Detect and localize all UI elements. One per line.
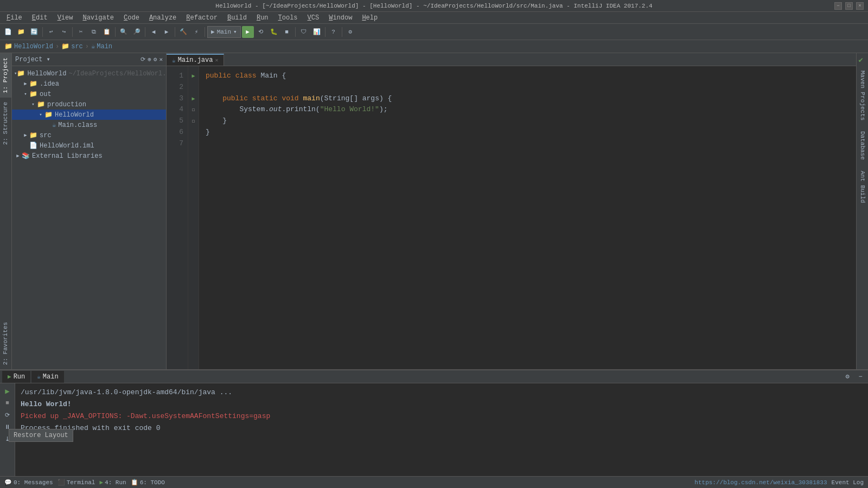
tree-item-helloworld-root[interactable]: ▾ 📁 HelloWorld ~/IdeaProjects/HelloWorl.… xyxy=(12,68,166,79)
console-run-button[interactable]: ▶ xyxy=(2,386,13,396)
code-editor[interactable]: 1 2 3 4 5 6 7 ▶ ▶ ◻ ◻ xyxy=(167,66,856,369)
nav-project-label[interactable]: HelloWorld xyxy=(14,43,53,50)
bottom-tab-main[interactable]: ☕ Main xyxy=(31,371,63,383)
menu-help[interactable]: Help xyxy=(358,13,382,23)
run-gutter-icon-3[interactable]: ▶ xyxy=(192,95,195,102)
tb-sync-button[interactable]: 🔄 xyxy=(28,26,40,38)
line-num-5: 5 xyxy=(167,115,183,127)
tb-build-button[interactable]: 🔨 xyxy=(177,26,189,38)
settings-run-button[interactable]: ⚙ xyxy=(842,371,853,382)
status-todo[interactable]: 📋 6: TODO xyxy=(131,479,165,486)
tb-redo-button[interactable]: ↪ xyxy=(58,26,70,38)
tree-item-out[interactable]: ▾ 📁 out xyxy=(12,89,166,99)
gutter-line-7 xyxy=(188,138,199,150)
tb-find2-button[interactable]: 🔎 xyxy=(131,26,143,38)
sync-icon[interactable]: ⟳ xyxy=(141,56,145,63)
tb-profile-button[interactable]: 📊 xyxy=(311,26,323,38)
ant-build-tab[interactable]: Ant Build xyxy=(857,165,868,208)
menu-run[interactable]: Run xyxy=(252,13,273,23)
check-icon: ✔ xyxy=(859,55,866,63)
nav-src-label[interactable]: src xyxy=(71,43,83,50)
tab-main-java[interactable]: ☕ Main.java ✕ xyxy=(167,54,224,66)
console-stop-button[interactable]: ■ xyxy=(2,397,13,408)
csdn-url[interactable]: https://blog.csdn.net/weixia_30381833 xyxy=(694,479,827,486)
sidebar-item-favorites[interactable]: 2: Favorites xyxy=(0,318,11,369)
tb-coverage-button[interactable]: 🛡 xyxy=(298,26,310,38)
menu-edit[interactable]: Edit xyxy=(28,13,52,23)
expand-arrow-out: ▾ xyxy=(22,91,29,97)
tb-help-button[interactable]: ? xyxy=(328,26,340,38)
nav-src[interactable]: 📁 src xyxy=(61,42,83,50)
bottom-tab-run[interactable]: ▶ Run xyxy=(2,371,30,383)
tree-item-src[interactable]: ▶ 📁 src xyxy=(12,130,166,140)
status-messages[interactable]: 💬 0: Messages xyxy=(4,479,53,486)
status-terminal[interactable]: ⬛ Terminal xyxy=(58,479,95,486)
menu-analyze[interactable]: Analyze xyxy=(145,13,181,23)
tree-item-helloworld-out[interactable]: ▾ 📁 HelloWorld xyxy=(12,110,166,120)
maven-projects-tab[interactable]: Maven Projects xyxy=(857,65,868,126)
nav-main-label[interactable]: Main xyxy=(97,43,112,50)
tree-item-ext-libs[interactable]: ▶ 📚 External Libraries xyxy=(12,151,166,161)
tb-back-button[interactable]: ◀ xyxy=(148,26,159,38)
tb-step-button[interactable]: ⚡ xyxy=(190,26,202,38)
console-stop-icon: ■ xyxy=(5,400,9,406)
settings-icon[interactable]: ⚙ xyxy=(154,56,157,63)
tb-open-button[interactable]: 📁 xyxy=(15,26,27,38)
tb-fwd-button[interactable]: ▶ xyxy=(161,26,173,38)
sidebar-item-structure[interactable]: 2: Structure xyxy=(0,98,11,149)
nav-bar: 📁 HelloWorld › 📁 src › ☕ Main xyxy=(0,40,868,53)
minimize-button[interactable]: − xyxy=(834,2,842,10)
tb-run-config-dropdown[interactable]: ▶ Main ▾ xyxy=(207,26,241,38)
run-gutter-icon[interactable]: ▶ xyxy=(192,73,195,79)
maximize-button[interactable]: □ xyxy=(845,2,853,10)
menu-tools[interactable]: Tools xyxy=(274,13,302,23)
tb-cut-button[interactable]: ✂ xyxy=(75,26,87,38)
tb-undo-button[interactable]: ↩ xyxy=(45,26,57,38)
expand-arrow-hw: ▾ xyxy=(37,112,44,118)
tree-item-iml[interactable]: 📄 HelloWorld.iml xyxy=(12,140,166,151)
expand-icon[interactable]: ⊕ xyxy=(148,56,151,63)
menu-navigate[interactable]: Navigate xyxy=(78,13,118,23)
status-run[interactable]: ▶ 4: Run xyxy=(99,479,126,486)
menu-file[interactable]: File xyxy=(2,13,27,23)
tb-paste-button[interactable]: 📋 xyxy=(101,26,113,38)
close-button[interactable]: × xyxy=(856,2,864,10)
tb-debug-button[interactable]: 🐛 xyxy=(268,26,280,38)
nav-helloworld[interactable]: 📁 HelloWorld xyxy=(4,42,53,50)
terminal-label: Terminal xyxy=(67,479,95,486)
menu-vcs[interactable]: VCS xyxy=(303,13,324,23)
project-dropdown-label[interactable]: Project ▾ xyxy=(15,55,50,63)
event-log-label[interactable]: Event Log xyxy=(832,479,864,486)
close-run-button[interactable]: − xyxy=(855,371,866,382)
tab-close-button[interactable]: ✕ xyxy=(215,57,218,63)
code-content[interactable]: public class Main { public static void m… xyxy=(199,66,856,369)
tb-stop-button[interactable]: ■ xyxy=(281,26,293,38)
line-num-1: 1 xyxy=(167,70,183,82)
tb-new-button[interactable]: 📄 xyxy=(2,26,14,38)
menu-window[interactable]: Window xyxy=(324,13,356,23)
nav-main[interactable]: ☕ Main xyxy=(91,42,112,50)
expand-arrow-prod: ▾ xyxy=(29,101,37,107)
tb-rerun-button[interactable]: ⟲ xyxy=(255,26,267,38)
close-panel-icon[interactable]: ✕ xyxy=(159,56,163,63)
tree-item-idea[interactable]: ▶ 📁 .idea xyxy=(12,79,166,89)
tb-find-button[interactable]: 🔍 xyxy=(118,26,130,38)
tb-copy-button[interactable]: ⧉ xyxy=(88,26,100,38)
bottom-tabs-right: ⚙ − xyxy=(842,371,866,382)
project-panel: Project ▾ ⟳ ⊕ ⚙ ✕ ▾ 📁 HelloWorld ~/IdeaP… xyxy=(12,53,167,369)
run-tab-label: Run xyxy=(14,373,25,381)
menu-refactor[interactable]: Refactor xyxy=(182,13,222,23)
tree-item-main-class[interactable]: ☕ Main.class xyxy=(12,120,166,130)
tree-item-production[interactable]: ▾ 📁 production xyxy=(12,99,166,110)
menu-build[interactable]: Build xyxy=(223,13,251,23)
menu-view[interactable]: View xyxy=(53,13,78,23)
messages-label: 0: Messages xyxy=(14,479,53,486)
tb-settings-button[interactable]: ⚙ xyxy=(344,26,356,38)
editor-tabs: ☕ Main.java ✕ xyxy=(167,53,856,66)
console-rerun-button[interactable]: ⟳ xyxy=(2,409,13,420)
main-tab-label: Main xyxy=(43,373,59,381)
menu-code[interactable]: Code xyxy=(119,13,144,23)
tb-run-button[interactable]: ▶ xyxy=(242,26,254,38)
sidebar-item-project[interactable]: 1: Project xyxy=(0,53,11,98)
database-tab[interactable]: Database xyxy=(857,126,868,165)
